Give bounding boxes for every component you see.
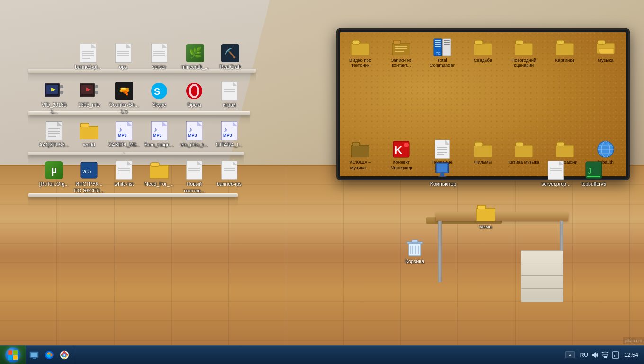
icon-instruk[interactable]: 2Go ИНСТРУК... ПО ЭКСПЛ... [72,159,106,196]
cb-icon-konnekt[interactable]: K Коннект Менеджер [382,139,420,172]
action-center-icon[interactable]: i [612,351,619,359]
file-icon [546,161,565,180]
cb-icon-label: Фильмы [474,159,492,164]
total-commander-icon: TC [433,38,451,56]
icon-banned-pl[interactable]: banned-pl... [71,42,105,73]
folder-dark-icon [351,140,369,158]
icon-gitara[interactable]: MP3 ♪ GITARA_I... [212,119,246,150]
file-icon [114,44,133,63]
icon-counterstrike[interactable]: 🔫 Counter-Str... 1.6 [107,80,141,117]
svg-rect-25 [351,145,369,157]
file-icon [115,161,134,180]
show-hidden-icons[interactable]: ▲ [565,351,575,358]
svg-text:♪: ♪ [119,126,122,133]
folder-icon [474,140,492,158]
chrome-button[interactable] [58,348,71,362]
svg-rect-39 [516,142,523,146]
svg-rect-26 [352,142,360,146]
icon-server[interactable]: server [142,42,176,73]
icon-korzina[interactable]: Корзина [398,236,432,267]
svg-rect-112 [150,165,169,179]
icon-memy[interactable]: мемы [469,201,503,232]
icon-skype[interactable]: S Skype [142,80,176,110]
icon-needfor[interactable]: Need_For_... [142,159,176,190]
folder-icon [476,203,495,222]
svg-rect-37 [475,142,483,146]
folder-icon [556,140,574,158]
icon-zaberime[interactable]: MP3 ♪ ZABERI_ME... [107,119,141,156]
firefox-button[interactable] [43,348,56,362]
icon-aaqztls3[interactable]: AAQZTLS3... [37,119,71,150]
icon-ops[interactable]: ops [106,42,140,73]
cb-icon-label: Катина музыка [508,159,539,164]
svg-rect-17 [474,43,492,55]
icon-opera[interactable]: Opera [177,80,211,110]
icon-label: server.prop... [541,181,570,188]
svg-rect-113 [151,163,159,166]
icon-etochto[interactable]: MP3 ♪ eto_chto_t... [177,119,211,150]
icon-realcraft[interactable]: ⛏️ RealCraft [213,42,247,73]
svg-rect-88 [80,123,89,127]
icon-vid2013[interactable]: VID_20130 1... [37,80,71,117]
mp3-icon: MP3 ♪ [115,121,134,140]
icon-komputer[interactable]: Компьютер [426,159,460,190]
icon-world[interactable]: world [72,119,106,150]
start-button[interactable] [0,346,26,364]
svg-rect-67 [60,91,63,94]
icon-label: мемы [479,224,492,230]
cb-icon-filmy[interactable]: Фильмы [464,139,502,166]
svg-rect-150 [33,358,36,359]
icon-igray[interactable]: играй [212,80,246,110]
cb-icon-muzika[interactable]: Музыка [587,37,625,64]
svg-text:2Go: 2Go [82,169,91,174]
video2-icon [80,82,98,100]
cb-icon-katina[interactable]: Катина музыка [505,139,543,166]
icon-minecraft[interactable]: 🌿 minecraft_... [178,42,212,73]
cb-icon-kartinki[interactable]: Картинки [546,37,584,64]
cb-icon-ksyusha[interactable]: КСЮША – музыка ... [341,139,379,172]
icon-samnaigne[interactable]: MP3 ♪ Sam_naign... [142,119,176,150]
svg-point-29 [404,143,409,147]
icon-label: Компьютер [430,181,456,188]
svg-rect-12 [435,46,441,47]
icon-label: 1303_mtv [78,102,100,109]
instruk-icon: 2Go [80,161,98,180]
globe-icon [597,140,615,158]
cs-icon: 🔫 [115,82,134,100]
tray-icons: RU i [577,351,622,359]
show-desktop-button[interactable] [27,348,41,362]
file-icon [433,140,451,158]
icon-server-prop[interactable]: server.prop... [539,159,573,190]
svg-text:MP3: MP3 [223,133,232,137]
svg-marker-158 [592,352,596,358]
icon-novytext[interactable]: Новый текстов... [177,159,211,196]
icon-whitelist[interactable]: white-list [107,159,141,190]
icon-rutororg[interactable]: µ [RuTon.Org... [37,159,71,190]
svg-rect-3 [393,40,401,44]
icon-label: banned-ips [217,181,242,188]
show-desktop-icon [29,350,39,360]
icon-bannedips[interactable]: banned-ips [212,159,246,190]
cb-icon-svadba[interactable]: Свадьба [464,37,502,64]
icon-1303mtv[interactable]: 1303_mtv [72,80,106,110]
icon-label: Need_For_... [144,181,173,188]
file-icon [150,44,169,63]
volume-icon[interactable] [591,351,599,359]
svg-rect-24 [598,40,605,44]
cb-icon-zapisi[interactable]: Записи из контакт... [382,37,420,70]
cb-icon-total-commander[interactable]: TC Total Commander [423,37,461,70]
icon-label: server [152,64,166,71]
network-icon[interactable] [601,351,609,359]
svg-rect-151 [32,359,36,359]
cb-icon-novogodny[interactable]: Новогодний сценарий [505,37,543,70]
icon-label: играй [223,102,235,109]
cb-icon-video-tektonic[interactable]: Видео про тектоник [341,37,379,70]
clock[interactable]: 12:54 [624,352,640,358]
svg-rect-1 [352,40,360,44]
svg-rect-21 [556,43,574,55]
file2-icon [45,121,63,140]
svg-text:K: K [394,144,402,156]
cb-icon-label: Свадьба [474,57,492,63]
icon-label: ops [119,64,127,71]
icon-tcpbufferv5[interactable]: J tcpbufferv5 [577,159,611,190]
